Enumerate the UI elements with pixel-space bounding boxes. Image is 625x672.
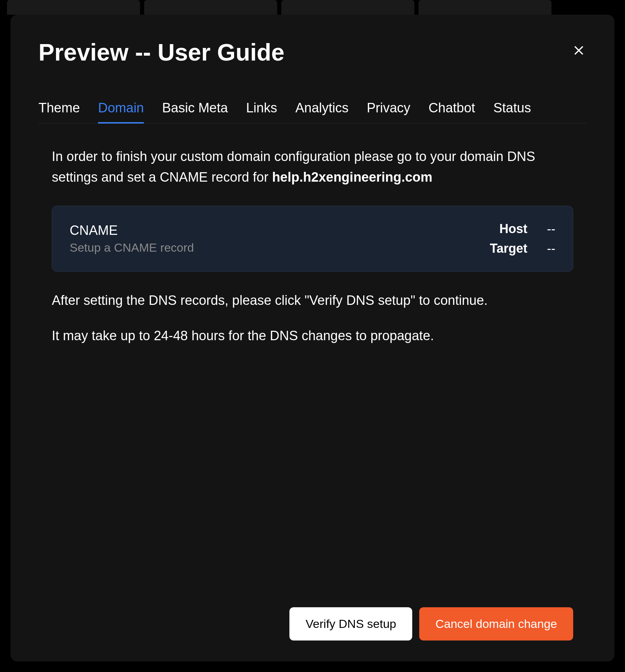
propagation-note: It may take up to 24-48 hours for the DN… (52, 326, 573, 346)
cname-card: CNAME Setup a CNAME record Host -- Targe… (52, 206, 573, 272)
verify-dns-button[interactable]: Verify DNS setup (289, 607, 412, 640)
tab-basic-meta[interactable]: Basic Meta (162, 100, 228, 123)
background-tab (419, 0, 552, 15)
cname-left: CNAME Setup a CNAME record (70, 223, 194, 254)
host-value: -- (541, 222, 555, 236)
background-tab (144, 0, 277, 15)
dns-instruction: In order to finish your custom domain co… (52, 146, 573, 188)
tab-domain[interactable]: Domain (98, 100, 144, 123)
cname-target-row: Target -- (490, 241, 555, 256)
close-button[interactable] (571, 43, 587, 58)
tab-privacy[interactable]: Privacy (367, 100, 410, 123)
tab-status[interactable]: Status (493, 100, 531, 123)
cancel-domain-button[interactable]: Cancel domain change (419, 607, 573, 640)
tab-content: In order to finish your custom domain co… (38, 124, 587, 640)
domain-name: help.h2xengineering.com (272, 170, 432, 184)
modal-title: Preview -- User Guide (38, 39, 285, 65)
cname-subtitle: Setup a CNAME record (70, 241, 194, 254)
close-icon (573, 44, 585, 56)
tab-bar: Theme Domain Basic Meta Links Analytics … (38, 100, 587, 124)
target-value: -- (541, 241, 555, 256)
modal-header: Preview -- User Guide (38, 39, 587, 65)
background-tabs (0, 0, 625, 15)
target-label: Target (490, 241, 527, 256)
settings-modal: Preview -- User Guide Theme Domain Basic… (10, 15, 615, 662)
cname-title: CNAME (70, 223, 194, 238)
background-tab (281, 0, 414, 15)
tab-analytics[interactable]: Analytics (295, 100, 349, 123)
tab-links[interactable]: Links (246, 100, 277, 123)
verify-instruction: After setting the DNS records, please cl… (52, 290, 573, 310)
cname-host-row: Host -- (499, 222, 555, 236)
host-label: Host (499, 222, 527, 236)
background-tab (7, 0, 140, 15)
tab-theme[interactable]: Theme (38, 100, 80, 123)
tab-chatbot[interactable]: Chatbot (429, 100, 475, 123)
modal-footer: Verify DNS setup Cancel domain change (52, 607, 573, 640)
cname-right: Host -- Target -- (490, 222, 555, 256)
